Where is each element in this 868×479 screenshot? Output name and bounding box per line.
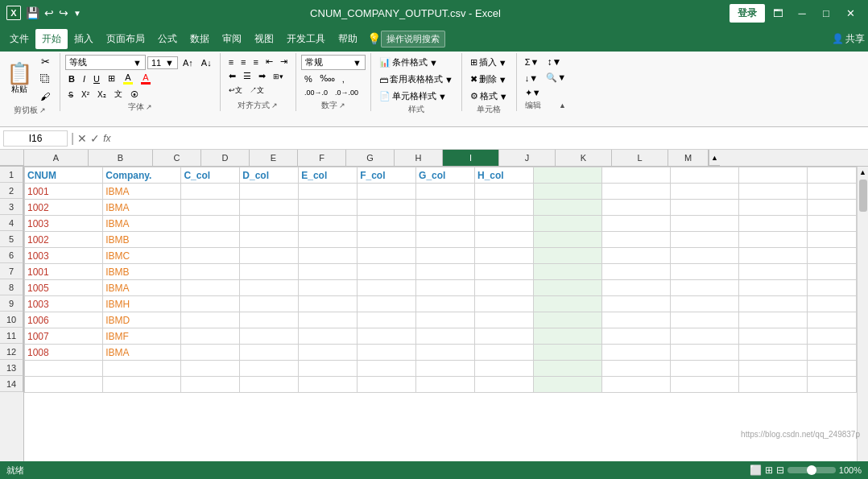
cell-b4[interactable]: IBMA bbox=[103, 216, 181, 232]
cell-i1[interactable] bbox=[533, 167, 601, 184]
redo-icon[interactable]: ↪ bbox=[59, 6, 68, 19]
col-header-g[interactable]: G bbox=[346, 150, 395, 166]
cell-e10[interactable] bbox=[299, 312, 358, 328]
cell-h3[interactable] bbox=[474, 200, 533, 216]
decrease-decimal[interactable]: .00→.0 bbox=[301, 87, 331, 98]
cell-d8[interactable] bbox=[240, 280, 299, 296]
cell-j5[interactable] bbox=[601, 232, 670, 248]
text-wrap-btn[interactable]: 文 bbox=[111, 87, 126, 101]
increase-font-btn[interactable]: A↑ bbox=[180, 56, 196, 69]
font-size-select[interactable]: 11 ▼ bbox=[147, 56, 178, 69]
cell-h12[interactable] bbox=[474, 345, 533, 361]
cell-k9[interactable] bbox=[671, 296, 739, 312]
underline-button[interactable]: U bbox=[90, 72, 103, 85]
cell-h14[interactable] bbox=[474, 377, 533, 393]
col-header-h[interactable]: H bbox=[395, 150, 443, 166]
cell-i5[interactable] bbox=[533, 232, 601, 248]
cell-b9[interactable]: IBMH bbox=[103, 296, 181, 312]
cell-m3[interactable] bbox=[808, 200, 857, 216]
cell-m5[interactable] bbox=[808, 232, 857, 248]
cell-b3[interactable]: IBMA bbox=[103, 200, 181, 216]
cell-a12[interactable]: 1008 bbox=[25, 345, 103, 361]
cell-m14[interactable] bbox=[808, 377, 857, 393]
cell-g11[interactable] bbox=[416, 328, 475, 345]
cell-i6[interactable] bbox=[533, 248, 601, 264]
cancel-formula-icon[interactable]: ✕ bbox=[77, 132, 87, 145]
cell-f6[interactable] bbox=[358, 248, 416, 264]
cell-m12[interactable] bbox=[808, 345, 857, 361]
corner-cell[interactable] bbox=[0, 150, 24, 166]
decrease-font-btn[interactable]: A↓ bbox=[198, 56, 215, 69]
cell-c8[interactable] bbox=[181, 280, 240, 296]
cell-j12[interactable] bbox=[601, 345, 670, 361]
cell-j1[interactable] bbox=[601, 167, 670, 184]
cell-i4[interactable] bbox=[533, 216, 601, 232]
cell-b8[interactable]: IBMA bbox=[103, 280, 181, 296]
scroll-up-btn[interactable]: ▲ bbox=[858, 167, 868, 178]
cell-a10[interactable]: 1006 bbox=[25, 312, 103, 328]
cell-f14[interactable] bbox=[358, 377, 416, 393]
strikethrough-btn[interactable]: S̶ bbox=[65, 89, 76, 101]
cut-button[interactable]: ✂ bbox=[35, 53, 55, 69]
cell-c2[interactable] bbox=[181, 184, 240, 200]
cell-l13[interactable] bbox=[739, 361, 808, 377]
cell-c6[interactable] bbox=[181, 248, 240, 264]
cell-c5[interactable] bbox=[181, 232, 240, 248]
cell-c11[interactable] bbox=[181, 328, 240, 345]
login-button[interactable]: 登录 bbox=[730, 4, 765, 23]
cell-b5[interactable]: IBMB bbox=[103, 232, 181, 248]
cell-a9[interactable]: 1003 bbox=[25, 296, 103, 312]
cell-g4[interactable] bbox=[416, 216, 475, 232]
cell-i3[interactable] bbox=[533, 200, 601, 216]
row-num-12[interactable]: 12 bbox=[0, 344, 23, 360]
cell-g10[interactable] bbox=[416, 312, 475, 328]
cell-j7[interactable] bbox=[601, 264, 670, 280]
menu-item-review[interactable]: 审阅 bbox=[216, 29, 248, 49]
col-header-l[interactable]: L bbox=[612, 150, 668, 166]
cell-g12[interactable] bbox=[416, 345, 475, 361]
view-normal[interactable]: ⬜ bbox=[750, 465, 762, 476]
align-expand-icon[interactable]: ↗ bbox=[271, 101, 278, 109]
sort-btn[interactable]: ↕▼ bbox=[544, 55, 564, 69]
cell-j13[interactable] bbox=[601, 361, 670, 377]
cell-g6[interactable] bbox=[416, 248, 475, 264]
cell-b2[interactable]: IBMA bbox=[103, 184, 181, 200]
cell-l3[interactable] bbox=[739, 200, 808, 216]
view-layout[interactable]: ⊞ bbox=[765, 465, 773, 476]
font-color-button[interactable]: A bbox=[138, 71, 154, 86]
cell-i2[interactable] bbox=[533, 184, 601, 200]
cell-d14[interactable] bbox=[240, 377, 299, 393]
cell-i8[interactable] bbox=[533, 280, 601, 296]
border-button[interactable]: ⊞ bbox=[105, 72, 118, 85]
cell-h4[interactable] bbox=[474, 216, 533, 232]
cell-c7[interactable] bbox=[181, 264, 240, 280]
bold-button[interactable]: B bbox=[65, 72, 78, 85]
scroll-thumb[interactable] bbox=[859, 180, 867, 212]
merge-cells[interactable]: ⊞▾ bbox=[270, 69, 287, 83]
subscript-btn[interactable]: X₂ bbox=[94, 89, 110, 101]
cell-l7[interactable] bbox=[739, 264, 808, 280]
cell-f12[interactable] bbox=[358, 345, 416, 361]
cell-k2[interactable] bbox=[671, 184, 739, 200]
cell-k1[interactable] bbox=[671, 167, 739, 184]
increase-decimal[interactable]: .0→.00 bbox=[332, 87, 362, 98]
cell-d2[interactable] bbox=[240, 184, 299, 200]
cell-k11[interactable] bbox=[671, 328, 739, 345]
cell-j4[interactable] bbox=[601, 216, 670, 232]
cell-i7[interactable] bbox=[533, 264, 601, 280]
cell-k4[interactable] bbox=[671, 216, 739, 232]
cell-j6[interactable] bbox=[601, 248, 670, 264]
cell-h13[interactable] bbox=[474, 361, 533, 377]
cell-a3[interactable]: 1002 bbox=[25, 200, 103, 216]
comma-btn[interactable]: , bbox=[339, 72, 348, 85]
cell-e3[interactable] bbox=[299, 200, 358, 216]
cell-e11[interactable] bbox=[299, 328, 358, 345]
cell-k10[interactable] bbox=[671, 312, 739, 328]
menu-item-file[interactable]: 文件 bbox=[3, 29, 35, 49]
special-btn[interactable]: ⦿ bbox=[127, 89, 142, 101]
cell-f8[interactable] bbox=[358, 280, 416, 296]
scroll-top-btn[interactable]: ▲ bbox=[709, 150, 720, 166]
cell-l11[interactable] bbox=[739, 328, 808, 345]
cell-l14[interactable] bbox=[739, 377, 808, 393]
cell-b10[interactable]: IBMD bbox=[103, 312, 181, 328]
